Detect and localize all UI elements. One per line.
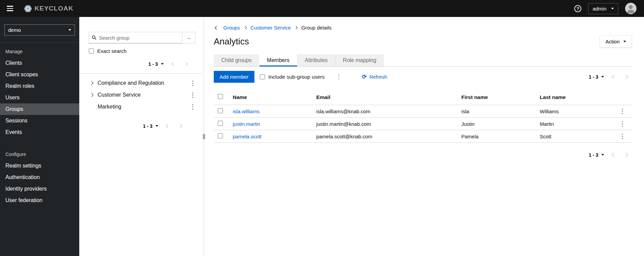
- tab-label: Members: [267, 57, 290, 63]
- brand-text: KEYCLOAK: [35, 5, 74, 12]
- keycloak-logo: KEYCLOAK: [23, 4, 74, 13]
- breadcrumb-item[interactable]: Customer Service: [250, 25, 291, 31]
- action-dropdown-button[interactable]: Action: [600, 36, 632, 47]
- row-kebab-icon[interactable]: ⋮: [617, 108, 628, 114]
- sidebar: demo Manage Clients Client scopes: [0, 17, 79, 256]
- breadcrumb-item[interactable]: Groups: [223, 25, 240, 31]
- nav-item-label: Authentication: [5, 174, 40, 180]
- realm-selector[interactable]: demo: [4, 24, 75, 36]
- add-member-button[interactable]: Add member: [214, 71, 254, 83]
- group-search-input[interactable]: [99, 35, 179, 41]
- chevron-down-icon: [601, 154, 604, 156]
- back-chevron-icon[interactable]: [214, 24, 219, 31]
- help-icon[interactable]: ?: [574, 5, 581, 12]
- expand-chevron-icon[interactable]: [89, 92, 94, 98]
- sidebar-nav-item[interactable]: Events: [0, 126, 79, 138]
- sidebar-nav-item[interactable]: Users: [0, 92, 79, 103]
- previous-page-button[interactable]: [168, 59, 179, 68]
- row-kebab-icon[interactable]: ⋮: [617, 133, 628, 139]
- sidebar-nav-item[interactable]: Realm roles: [0, 80, 79, 92]
- previous-page-button[interactable]: [608, 150, 619, 159]
- nav-item-label: Clients: [5, 60, 22, 66]
- group-name-link[interactable]: Marketing: [98, 104, 183, 110]
- row-checkbox[interactable]: [218, 108, 223, 113]
- sidebar-nav-item[interactable]: Authentication: [0, 172, 79, 183]
- next-page-button[interactable]: [621, 72, 632, 81]
- kebab-menu-icon[interactable]: ⋮: [187, 92, 198, 98]
- nav-section-title: Configure: [0, 147, 79, 160]
- tab[interactable]: Child groups: [214, 54, 259, 66]
- kebab-menu-icon[interactable]: ⋮: [187, 80, 198, 86]
- nav-section: Manage Clients Client scopes Realm roles: [0, 44, 79, 138]
- pagination-range-dropdown[interactable]: 1 - 3: [140, 122, 161, 130]
- group-name-link[interactable]: Customer Service: [98, 92, 183, 98]
- masthead-right: ? admin: [574, 3, 637, 14]
- main-content: Groups Customer Service Group details An…: [206, 17, 644, 256]
- user-menu-dropdown[interactable]: admin: [588, 3, 618, 14]
- sidebar-nav-item[interactable]: Groups: [0, 103, 79, 115]
- members-pagination-top: 1 - 3: [586, 72, 632, 81]
- panel-resize-handle[interactable]: [202, 17, 206, 256]
- chevron-down-icon: [611, 8, 614, 9]
- previous-page-button[interactable]: [608, 72, 619, 81]
- row-checkbox[interactable]: [218, 121, 223, 126]
- groups-tree: Compliance and Regulation ⋮ Customer Ser…: [79, 74, 202, 113]
- sidebar-nav-item[interactable]: Sessions: [0, 115, 79, 126]
- nav-item-label: Client scopes: [5, 72, 38, 77]
- next-page-button[interactable]: [175, 121, 186, 131]
- exact-search-checkbox[interactable]: [89, 48, 94, 54]
- next-page-button[interactable]: [621, 150, 632, 159]
- pagination-range-dropdown[interactable]: 1 - 3: [586, 151, 607, 159]
- chevron-left-icon: [171, 62, 175, 66]
- groups-panel-toolbar: → Exact search 1 - 3: [79, 32, 202, 68]
- chevron-right-icon: [178, 124, 183, 128]
- group-name-link[interactable]: Compliance and Regulation: [98, 80, 183, 86]
- breadcrumb-item-wrap: Customer Service: [244, 25, 291, 31]
- table-row: isla.williams isla.williams@knab.com Isl…: [214, 105, 632, 118]
- next-page-button[interactable]: [180, 59, 191, 68]
- row-kebab-icon[interactable]: ⋮: [617, 121, 628, 127]
- select-all-checkbox[interactable]: [218, 94, 223, 99]
- row-checkbox[interactable]: [218, 133, 223, 138]
- breadcrumb-item-wrap: Groups: [223, 25, 240, 31]
- breadcrumb-item[interactable]: Group details: [301, 25, 331, 31]
- include-subgroups-label: Include sub-group users: [268, 74, 325, 80]
- member-username-link[interactable]: justin.martin: [233, 121, 260, 127]
- member-username-link[interactable]: isla.williams: [233, 109, 259, 114]
- pagination-range: 1 - 3: [148, 61, 158, 67]
- pagination-range-dropdown[interactable]: 1 - 3: [146, 60, 166, 68]
- member-last-name: Scott: [536, 130, 613, 143]
- avatar[interactable]: [625, 3, 637, 14]
- chevron-down-icon: [623, 41, 626, 42]
- chevron-left-icon: [611, 153, 616, 157]
- page-title: Analytics: [214, 36, 249, 47]
- previous-page-button[interactable]: [162, 121, 173, 131]
- member-email: justin.martin@knab.com: [312, 118, 457, 130]
- refresh-button[interactable]: ⟳ Refresh: [362, 74, 387, 80]
- sidebar-nav-item[interactable]: User federation: [0, 195, 79, 206]
- group-tree-item: Compliance and Regulation ⋮: [79, 77, 202, 89]
- search-submit-button[interactable]: →: [182, 32, 195, 43]
- kebab-menu-icon[interactable]: ⋮: [187, 104, 198, 110]
- toolbar-kebab-icon[interactable]: ⋮: [333, 74, 344, 80]
- hamburger-menu-button[interactable]: [5, 4, 15, 13]
- members-pagination-bottom: 1 - 3: [214, 150, 632, 159]
- expand-chevron-icon[interactable]: [89, 80, 94, 86]
- nav-item-label: Identity providers: [5, 186, 47, 192]
- tab-label: Attributes: [305, 57, 328, 63]
- sidebar-nav-item[interactable]: Identity providers: [0, 183, 79, 195]
- tab-label: Child groups: [221, 57, 252, 63]
- include-subgroups-checkbox[interactable]: [260, 74, 265, 79]
- tab[interactable]: Attributes: [297, 54, 335, 66]
- member-first-name: Isla: [457, 105, 536, 118]
- sidebar-nav-item[interactable]: Client scopes: [0, 69, 79, 80]
- sidebar-nav-item[interactable]: Realm settings: [0, 160, 79, 172]
- tab[interactable]: Members: [259, 54, 297, 66]
- chevron-down-icon: [601, 76, 604, 78]
- pagination-range-dropdown[interactable]: 1 - 3: [586, 73, 607, 81]
- tabs: Child groups Members Attributes Role map…: [214, 54, 632, 67]
- sidebar-nav-item[interactable]: Clients: [0, 57, 79, 69]
- tab[interactable]: Role mapping: [335, 54, 384, 66]
- member-last-name: Martin: [536, 118, 613, 130]
- member-username-link[interactable]: pamela.scott: [233, 134, 262, 139]
